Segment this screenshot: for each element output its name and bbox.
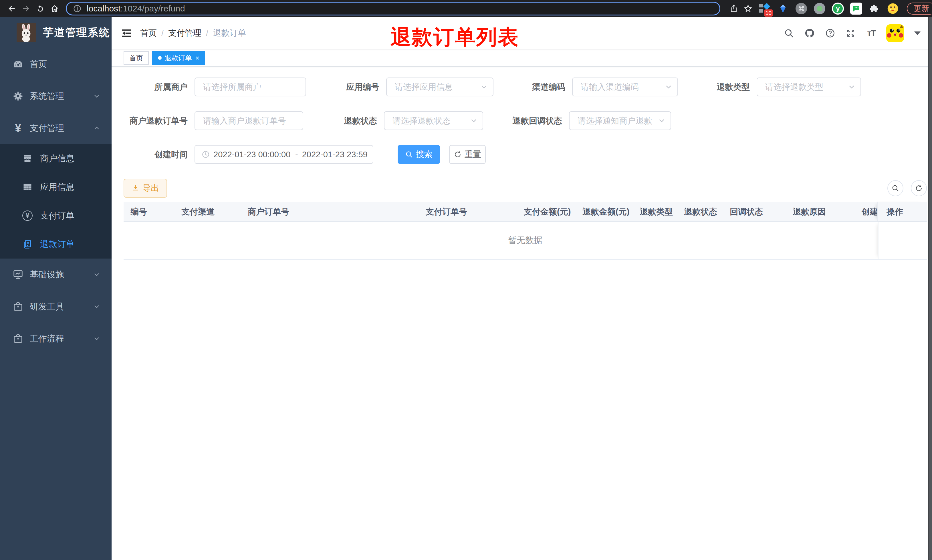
refund-status-select[interactable] [384,111,483,130]
app-input[interactable] [386,77,494,96]
refund-table: 编号 支付渠道 商户订单号 支付订单号 支付金额(元) 退款金额(元) 退款类型… [124,202,927,260]
table-header-row: 编号 支付渠道 商户订单号 支付订单号 支付金额(元) 退款金额(元) 退款类型… [124,202,927,222]
breadcrumb-home[interactable]: 首页 [140,28,157,39]
sidebar-submenu-pay: 商户信息 应用信息 ¥ 支付订单 退款订单 [0,144,112,258]
page-content: 所属商户 应用编号 渠道编码 退款类型 [112,77,932,260]
breadcrumb-separator: / [206,29,208,38]
navbar: 首页 / 支付管理 / 退款订单 [112,17,932,49]
create-time-range-picker[interactable]: 2022-01-23 00:00:00 - 2022-01-23 23:59:5… [195,145,373,164]
merchant-refund-no-field[interactable] [195,111,303,130]
download-icon [132,184,140,192]
github-icon[interactable] [804,28,815,39]
extension-y-icon[interactable]: y [831,2,844,16]
extension-command-icon[interactable] [795,2,808,16]
share-button[interactable] [727,2,741,16]
user-avatar[interactable] [886,24,904,42]
channel-input[interactable] [572,77,678,96]
merchant-input[interactable] [195,77,306,96]
chevron-up-icon [93,124,101,132]
notify-status-select[interactable] [569,111,671,130]
refund-type-select[interactable] [757,77,861,96]
browser-profile-avatar[interactable] [886,2,900,16]
sidebar-item-pay[interactable]: ¥ 支付管理 [0,112,112,144]
show-search-button[interactable] [887,180,903,196]
sidebar-item-workflow[interactable]: 工作流程 [0,323,112,355]
clock-icon [201,150,210,159]
filter-row-1: 所属商户 应用编号 渠道编码 退款类型 [124,77,927,96]
date-separator: - [295,150,298,159]
briefcase-icon [12,333,23,344]
extension-grid-diamond-icon[interactable]: 10 [758,2,771,16]
url-bar[interactable]: localhost:1024/pay/refund [66,2,720,15]
channel-label: 渠道编码 [494,77,572,96]
extension-chat-icon[interactable] [850,2,863,16]
browser-forward-button[interactable] [19,2,33,16]
refund-status-input[interactable] [384,111,483,130]
tag-refund-order[interactable]: 退款订单 × [152,51,205,65]
page-scrollbar[interactable] [928,17,932,560]
help-icon[interactable] [824,28,836,39]
browser-home-button[interactable] [48,2,62,16]
notify-status-input[interactable] [569,111,671,130]
app-select[interactable] [386,77,494,96]
export-button-label: 导出 [143,183,159,194]
sidebar-item-label: 基础设施 [30,269,64,281]
chevron-down-icon [93,303,101,311]
merchant-refund-no-input[interactable] [195,111,303,130]
channel-select[interactable] [572,77,678,96]
annotation-title: 退款订单列表 [391,23,519,51]
star-icon [743,4,753,13]
sidebar-item-pay-order[interactable]: ¥ 支付订单 [0,202,112,230]
refresh-icon [915,184,923,192]
sidebar-item-refund-order[interactable]: 退款订单 [0,230,112,258]
extensions-puzzle-icon[interactable] [868,2,881,16]
reset-button[interactable]: 重置 [449,145,486,164]
merchant-select[interactable] [195,77,306,96]
sidebar-item-home[interactable]: 首页 [0,48,112,80]
tag-home[interactable]: 首页 [124,51,149,65]
extension-gray-green-icon[interactable] [813,2,826,16]
refund-type-input[interactable] [757,77,861,96]
extension-kite-icon[interactable] [777,2,789,16]
hamburger-icon[interactable] [121,28,132,39]
sidebar-item-system[interactable]: 系统管理 [0,80,112,112]
briefcase-icon [12,301,23,312]
create-time-label: 创建时间 [124,145,195,164]
export-button[interactable]: 导出 [124,179,167,198]
dashboard-icon [12,58,23,69]
yen-circle-icon: ¥ [22,211,32,221]
breadcrumb-pay[interactable]: 支付管理 [168,28,201,39]
sidebar-item-label: 应用信息 [40,182,74,193]
browser-back-button[interactable] [5,2,19,16]
refresh-table-button[interactable] [911,180,927,196]
grid-icon [22,182,32,192]
column-header-refund-status: 退款状态 [677,202,723,221]
sidebar-logo-row[interactable]: 芋道管理系统 [0,17,112,48]
column-header-pay-amount: 支付金额(元) [517,202,575,221]
date-end-value[interactable]: 2022-01-23 23:59:59 [302,150,368,159]
date-start-value[interactable]: 2022-01-23 00:00:00 [214,150,291,159]
search-button-label: 搜索 [416,149,432,160]
bookmark-button[interactable] [741,2,755,16]
reload-icon [36,4,45,13]
sidebar-item-devtools[interactable]: 研发工具 [0,291,112,323]
notify-status-label: 退款回调状态 [483,111,569,130]
tag-close-icon[interactable]: × [195,55,199,62]
page-info-icon[interactable] [73,4,82,13]
table-empty-row: 暂无数据 [124,222,927,260]
search-button[interactable]: 搜索 [398,145,440,164]
document-icon [22,239,32,249]
sidebar-item-app-info[interactable]: 应用信息 [0,173,112,202]
sidebar-item-infra[interactable]: 基础设施 [0,258,112,291]
search-icon[interactable] [783,28,795,39]
update-label: 更新 [914,3,929,14]
shop-icon [22,153,32,164]
avatar-caret-down-icon[interactable] [914,31,921,35]
browser-update-button[interactable]: 更新 [907,3,932,15]
browser-reload-button[interactable] [33,2,48,16]
font-size-icon[interactable]: тT [866,28,877,39]
fullscreen-icon[interactable] [845,28,857,39]
column-header-create-time: 创建时间 [855,202,877,221]
sidebar-item-label: 退款订单 [40,238,74,250]
sidebar-item-merchant-info[interactable]: 商户信息 [0,144,112,173]
